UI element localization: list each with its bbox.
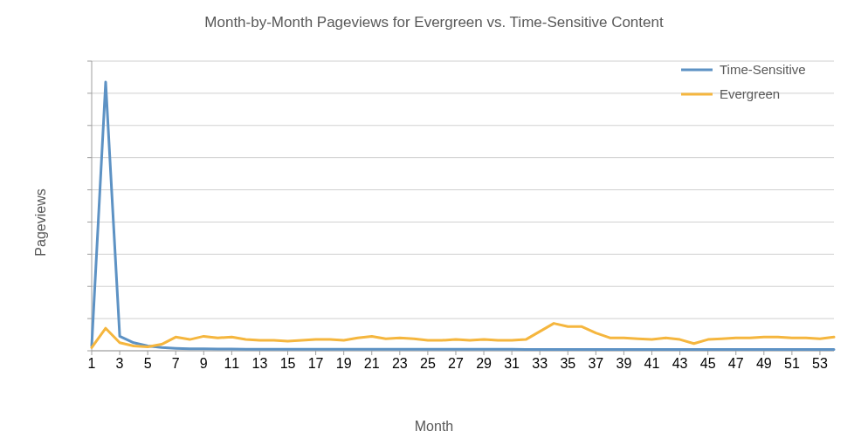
- x-tick-label: 21: [364, 356, 380, 371]
- x-tick-label: 39: [617, 356, 632, 371]
- x-tick-label: 41: [644, 356, 660, 371]
- series-evergreen: [92, 324, 834, 348]
- x-tick-label: 13: [252, 356, 268, 371]
- legend: Time-SensitiveEvergreen: [681, 62, 806, 101]
- x-tick-label: 29: [476, 356, 492, 371]
- x-tick-label: 3: [116, 356, 124, 371]
- legend-label: Time-Sensitive: [720, 62, 806, 77]
- x-tick-label: 51: [784, 356, 800, 371]
- legend-label: Evergreen: [720, 86, 780, 101]
- x-tick-label: 1: [88, 356, 96, 371]
- x-tick-label: 49: [756, 356, 772, 371]
- x-tick-label: 7: [172, 356, 180, 371]
- x-tick-label: 9: [200, 356, 208, 371]
- chart-container: Month-by-Month Pageviews for Evergreen v…: [0, 0, 868, 445]
- x-tick-label: 5: [144, 356, 152, 371]
- x-tick-label: 25: [420, 356, 436, 371]
- x-tick-label: 19: [336, 356, 352, 371]
- x-tick-label: 33: [532, 356, 548, 371]
- x-tick-label: 45: [700, 356, 716, 371]
- x-axis-label: Month: [0, 419, 868, 435]
- y-axis-label: Pageviews: [33, 188, 49, 256]
- x-tick-label: 17: [308, 356, 324, 371]
- x-tick-label: 23: [392, 356, 408, 371]
- plot-svg: 0200040006000800010000120001400016000180…: [83, 44, 843, 393]
- x-tick-label: 37: [588, 356, 603, 371]
- x-tick-label: 27: [448, 356, 464, 371]
- x-tick-label: 43: [672, 356, 688, 371]
- x-tick-label: 47: [728, 356, 744, 371]
- chart-title: Month-by-Month Pageviews for Evergreen v…: [0, 14, 868, 31]
- x-tick-label: 35: [560, 356, 575, 371]
- x-tick-label: 11: [224, 356, 239, 371]
- x-tick-label: 31: [504, 356, 520, 371]
- x-tick-label: 53: [812, 356, 828, 371]
- x-tick-label: 15: [280, 356, 296, 371]
- plot-area: 0200040006000800010000120001400016000180…: [83, 44, 843, 393]
- series-time-sensitive: [92, 82, 834, 350]
